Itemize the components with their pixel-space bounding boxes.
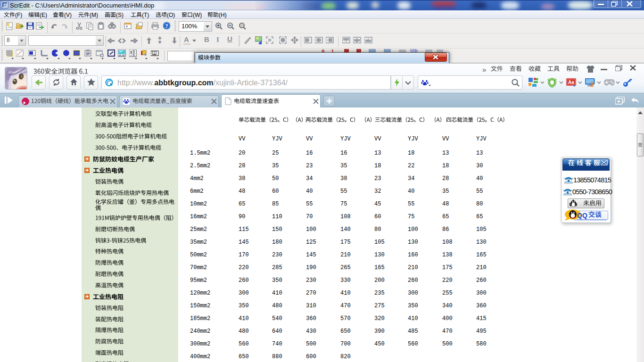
svg-text:After: After bbox=[8, 70, 15, 74]
svg-text:?: ? bbox=[165, 23, 168, 29]
svg-text:Aa: Aa bbox=[568, 80, 574, 85]
